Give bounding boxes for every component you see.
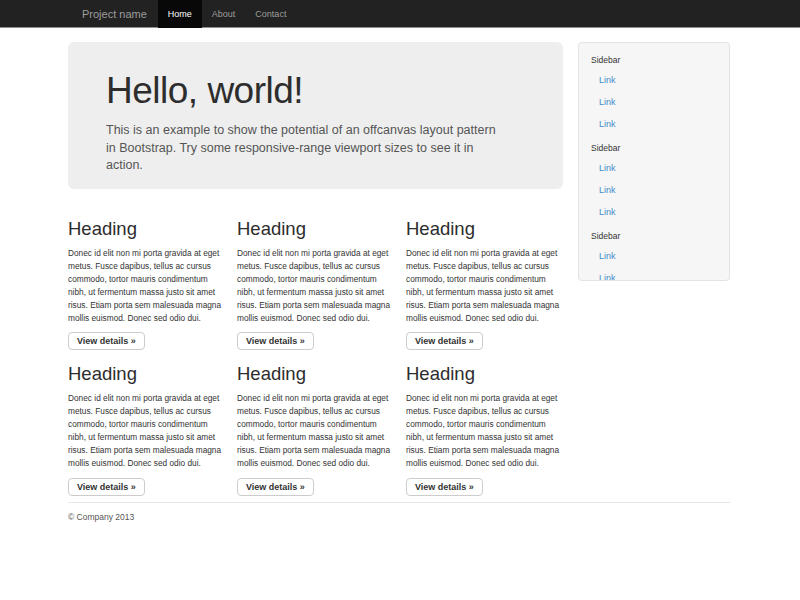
sidebar-link[interactable]: Link <box>591 267 717 281</box>
navbar-container: Project name HomeAboutContact <box>68 0 800 28</box>
page-container: Hello, world! This is an example to show… <box>68 29 730 522</box>
copyright-text: © Company 2013 <box>68 512 730 522</box>
view-details-button[interactable]: View details » <box>237 332 314 350</box>
content-column: HeadingDonec id elit non mi porta gravid… <box>237 207 394 350</box>
column-heading: Heading <box>68 364 225 384</box>
sidebar-header: Sidebar <box>591 55 717 65</box>
view-details-button[interactable]: View details » <box>237 478 314 496</box>
nav-item-home: Home <box>158 0 202 28</box>
view-details-button[interactable]: View details » <box>406 478 483 496</box>
content-column: HeadingDonec id elit non mi porta gravid… <box>68 352 225 495</box>
content-column: HeadingDonec id elit non mi porta gravid… <box>237 352 394 495</box>
content-grid: HeadingDonec id elit non mi porta gravid… <box>68 207 563 498</box>
sidebar-group: SidebarLinkLinkLink <box>591 143 717 223</box>
nav-link-about[interactable]: About <box>202 0 246 28</box>
sidebar-group: SidebarLinkLinkLink <box>591 55 717 135</box>
view-details-button[interactable]: View details » <box>406 332 483 350</box>
column-text: Donec id elit non mi porta gravida at eg… <box>237 392 394 469</box>
column-text: Donec id elit non mi porta gravida at eg… <box>68 392 225 469</box>
jumbotron: Hello, world! This is an example to show… <box>68 42 563 189</box>
main-column: Hello, world! This is an example to show… <box>68 29 563 498</box>
sidebar-header: Sidebar <box>591 143 717 153</box>
column-text: Donec id elit non mi porta gravida at eg… <box>237 247 394 324</box>
view-details-button[interactable]: View details » <box>68 478 145 496</box>
column-heading: Heading <box>406 364 563 384</box>
column-text: Donec id elit non mi porta gravida at eg… <box>406 247 563 324</box>
content-column: HeadingDonec id elit non mi porta gravid… <box>406 352 563 495</box>
sidebar-link[interactable]: Link <box>591 91 717 113</box>
view-details-button[interactable]: View details » <box>68 332 145 350</box>
column-heading: Heading <box>406 219 563 239</box>
content-row: Hello, world! This is an example to show… <box>68 29 730 498</box>
sidebar-link[interactable]: Link <box>591 69 717 91</box>
jumbotron-description: This is an example to show the potential… <box>106 122 498 175</box>
nav-item-about: About <box>202 0 246 28</box>
nav-link-home[interactable]: Home <box>158 0 202 28</box>
sidebar-link[interactable]: Link <box>591 201 717 223</box>
sidebar-header: Sidebar <box>591 231 717 241</box>
navbar: Project name HomeAboutContact <box>0 0 800 28</box>
column-heading: Heading <box>237 219 394 239</box>
column-heading: Heading <box>237 364 394 384</box>
nav-item-contact: Contact <box>245 0 296 28</box>
footer: © Company 2013 <box>68 502 730 522</box>
footer-divider <box>68 502 730 503</box>
sidebar-link[interactable]: Link <box>591 157 717 179</box>
navbar-menu: HomeAboutContact <box>158 0 297 28</box>
sidebar-link[interactable]: Link <box>591 113 717 135</box>
navbar-brand[interactable]: Project name <box>68 0 158 28</box>
sidebar-column: SidebarLinkLinkLinkSidebarLinkLinkLinkSi… <box>578 42 730 281</box>
sidebar-panel: SidebarLinkLinkLinkSidebarLinkLinkLinkSi… <box>578 42 730 281</box>
sidebar-group: SidebarLinkLink <box>591 231 717 281</box>
column-text: Donec id elit non mi porta gravida at eg… <box>406 392 563 469</box>
column-text: Donec id elit non mi porta gravida at eg… <box>68 247 225 324</box>
content-column: HeadingDonec id elit non mi porta gravid… <box>68 207 225 350</box>
column-heading: Heading <box>68 219 225 239</box>
nav-link-contact[interactable]: Contact <box>245 0 296 28</box>
sidebar-link[interactable]: Link <box>591 179 717 201</box>
content-column: HeadingDonec id elit non mi porta gravid… <box>406 207 563 350</box>
sidebar-link[interactable]: Link <box>591 245 717 267</box>
jumbotron-title: Hello, world! <box>106 70 533 112</box>
